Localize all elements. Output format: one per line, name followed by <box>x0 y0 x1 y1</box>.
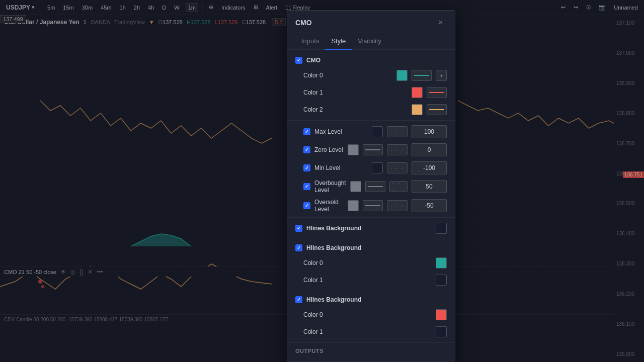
divider-1 <box>287 120 455 121</box>
color1-swatch[interactable] <box>412 87 423 98</box>
max-level-checkbox[interactable] <box>303 128 310 135</box>
oversold-level-swatch[interactable] <box>348 200 359 211</box>
color2-line-btn[interactable] <box>427 104 447 115</box>
hlines-bg3-color0-row: Color 0 <box>287 306 455 323</box>
oversold-level-row: Oversold Level · · · <box>287 196 455 215</box>
tab-visibility[interactable]: Visibility <box>352 33 387 50</box>
zero-level-label: Zero Level <box>314 146 344 153</box>
hlines-bg2-color0-label: Color 0 <box>303 259 432 266</box>
max-level-label: Max Level <box>314 128 368 135</box>
zero-level-line-btn[interactable] <box>363 144 383 155</box>
hlines-bg3-color1-swatch[interactable] <box>436 326 447 337</box>
tab-style[interactable]: Style <box>325 33 352 50</box>
hlines-bg3-color1-label: Color 1 <box>303 328 432 335</box>
oversold-level-label: Oversold Level <box>314 199 344 213</box>
hlines-bg3-label: Hlines Background <box>306 296 447 303</box>
overbought-level-style-btn[interactable]: · · · <box>389 181 408 192</box>
oversold-level-line-btn[interactable] <box>363 200 383 211</box>
hlines-bg2-color1-row: Color 1 <box>287 272 455 289</box>
max-level-input[interactable] <box>412 125 447 138</box>
color0-row: Color 0 ▾ <box>287 67 455 84</box>
hlines-bg2-checkbox[interactable] <box>295 244 302 251</box>
min-level-checkbox[interactable] <box>303 164 310 171</box>
color1-row: Color 1 <box>287 84 455 101</box>
oversold-level-checkbox[interactable] <box>303 202 310 209</box>
hlines-bg3-color0-swatch[interactable] <box>436 309 447 320</box>
zero-level-checkbox[interactable] <box>303 146 310 153</box>
hlines-bg1-header: Hlines Background <box>287 220 455 237</box>
min-level-input[interactable] <box>412 161 447 174</box>
cmo-section-label: CMO <box>306 57 447 64</box>
dialog-title: CMO <box>295 19 312 27</box>
dialog-body: CMO Color 0 ▾ Color 1 Color 2 <box>287 50 455 361</box>
max-level-swatch[interactable] <box>372 126 383 137</box>
hlines-bg3-color0-label: Color 0 <box>303 311 432 318</box>
color0-dropdown[interactable]: ▾ <box>436 70 447 81</box>
overbought-level-line-btn[interactable] <box>365 181 385 192</box>
color2-line-preview <box>429 109 444 110</box>
zero-level-row: Zero Level · · · <box>287 141 455 159</box>
oversold-level-input[interactable] <box>412 199 447 212</box>
dialog-tabs: Inputs Style Visibility <box>287 33 455 50</box>
hlines-bg2-color1-label: Color 1 <box>303 277 432 284</box>
outputs-section: OUTPUTS <box>287 345 455 357</box>
hlines-bg2-label: Hlines Background <box>306 244 447 251</box>
divider-3 <box>287 239 455 239</box>
hlines-bg3-checkbox[interactable] <box>295 296 302 303</box>
color0-line-preview <box>414 75 429 76</box>
overbought-level-checkbox[interactable] <box>303 183 310 190</box>
color0-label: Color 0 <box>303 72 392 79</box>
divider-4 <box>287 291 455 291</box>
overbought-level-row: Overbought Level · · · <box>287 177 455 196</box>
divider-2 <box>287 217 455 218</box>
overbought-line-preview <box>368 186 383 187</box>
hlines-bg1-label: Hlines Background <box>306 225 432 232</box>
hlines-bg3-color1-row: Color 1 <box>287 323 455 340</box>
min-level-style-btn[interactable]: · · · <box>387 162 408 173</box>
oversold-level-style-btn[interactable]: · · · <box>387 200 408 211</box>
zero-level-line-preview <box>365 149 380 150</box>
color2-swatch[interactable] <box>412 104 423 115</box>
overbought-level-label: Overbought Level <box>314 179 346 194</box>
hlines-bg1-swatch[interactable] <box>436 223 447 234</box>
dialog-header: CMO × <box>287 11 455 33</box>
oversold-line-preview <box>365 205 380 206</box>
overbought-level-swatch[interactable] <box>350 181 361 192</box>
color1-line-btn[interactable] <box>427 87 447 98</box>
hlines-bg2-color1-swatch[interactable] <box>436 275 447 286</box>
color0-line-btn[interactable] <box>412 70 432 81</box>
cmo-section-header: CMO <box>287 54 455 67</box>
zero-level-style-btn[interactable]: · · · <box>387 144 408 155</box>
color1-label: Color 1 <box>303 89 408 96</box>
zero-level-swatch[interactable] <box>348 144 359 155</box>
min-level-row: Min Level · · · <box>287 159 455 177</box>
color2-row: Color 2 <box>287 101 455 118</box>
hlines-bg2-header: Hlines Background <box>287 241 455 254</box>
color1-line-preview <box>429 92 444 93</box>
min-level-label: Min Level <box>314 164 368 171</box>
color2-label: Color 2 <box>303 106 408 113</box>
dialog-close-button[interactable]: × <box>435 17 447 29</box>
min-level-swatch[interactable] <box>372 162 383 173</box>
cmo-settings-dialog: CMO × Inputs Style Visibility CMO Color … <box>287 10 455 361</box>
divider-5 <box>287 342 455 343</box>
hlines-bg2-color0-swatch[interactable] <box>436 257 447 268</box>
cmo-checkbox[interactable] <box>295 57 302 64</box>
overbought-level-input[interactable] <box>412 180 447 193</box>
max-level-row: Max Level · · · <box>287 123 455 141</box>
tab-inputs[interactable]: Inputs <box>295 33 325 50</box>
max-level-style-btn[interactable]: · · · <box>387 126 408 137</box>
hlines-bg2-color0-row: Color 0 <box>287 254 455 272</box>
hlines-bg3-header: Hlines Background <box>287 293 455 306</box>
hlines-bg1-checkbox[interactable] <box>295 225 302 232</box>
color0-swatch[interactable] <box>396 70 408 81</box>
zero-level-input[interactable] <box>412 143 447 156</box>
